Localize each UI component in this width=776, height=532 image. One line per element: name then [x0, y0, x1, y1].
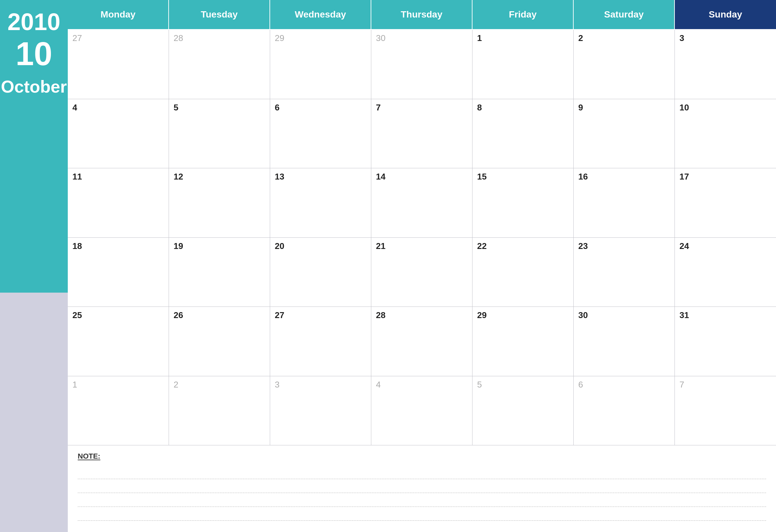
day-number: 28 — [376, 310, 386, 320]
day-number: 18 — [72, 241, 82, 251]
day-number: 24 — [680, 241, 689, 251]
calendar-area: MondayTuesdayWednesdayThursdayFridaySatu… — [68, 0, 776, 532]
day-number: 2 — [578, 33, 583, 43]
day-cell[interactable]: 30 — [574, 307, 675, 376]
day-cell[interactable]: 30 — [371, 30, 472, 99]
day-cell[interactable]: 28 — [169, 30, 270, 99]
day-number: 4 — [376, 380, 381, 389]
note-line-3 — [78, 494, 766, 507]
day-cell[interactable]: 5 — [169, 99, 270, 169]
day-cell[interactable]: 3 — [675, 30, 776, 99]
day-number: 29 — [275, 33, 284, 43]
day-cell[interactable]: 5 — [472, 376, 574, 446]
header-cell-friday: Friday — [472, 0, 574, 30]
day-cell[interactable]: 3 — [270, 376, 371, 446]
day-number: 30 — [578, 310, 588, 320]
header-cell-monday: Monday — [68, 0, 169, 30]
day-number: 1 — [72, 380, 77, 389]
day-number: 6 — [578, 380, 583, 389]
day-number: 30 — [376, 33, 386, 43]
day-number: 10 — [680, 103, 689, 113]
day-cell[interactable]: 6 — [574, 376, 675, 446]
day-cell[interactable]: 7 — [675, 376, 776, 446]
day-cell[interactable]: 14 — [371, 168, 472, 238]
day-number: 17 — [680, 172, 689, 182]
day-cell[interactable]: 27 — [68, 30, 169, 99]
day-number: 27 — [72, 33, 82, 43]
day-number: 3 — [680, 33, 684, 43]
day-cell[interactable]: 4 — [68, 99, 169, 169]
day-cell[interactable]: 9 — [574, 99, 675, 169]
day-number: 26 — [174, 310, 183, 320]
day-cell[interactable]: 13 — [270, 168, 371, 238]
day-number: 1 — [477, 33, 482, 43]
day-cell[interactable]: 31 — [675, 307, 776, 376]
day-number: 5 — [477, 380, 482, 389]
day-cell[interactable]: 2 — [169, 376, 270, 446]
day-number: 19 — [174, 241, 183, 251]
day-cell[interactable]: 1 — [68, 376, 169, 446]
day-number: 31 — [680, 310, 689, 320]
header-cell-tuesday: Tuesday — [169, 0, 270, 30]
header-cell-thursday: Thursday — [371, 0, 472, 30]
day-number: 11 — [72, 172, 82, 182]
day-cell[interactable]: 7 — [371, 99, 472, 169]
day-number: 7 — [376, 103, 381, 113]
day-number: 27 — [275, 310, 284, 320]
day-cell[interactable]: 23 — [574, 238, 675, 307]
note-label: NOTE: — [78, 452, 766, 461]
day-cell[interactable]: 20 — [270, 238, 371, 307]
day-cell[interactable]: 18 — [68, 238, 169, 307]
header-cell-wednesday: Wednesday — [270, 0, 371, 30]
day-cell[interactable]: 22 — [472, 238, 574, 307]
day-cell[interactable]: 8 — [472, 99, 574, 169]
day-number: 13 — [275, 172, 284, 182]
day-number: 29 — [477, 310, 487, 320]
day-number: 9 — [578, 103, 583, 113]
day-number: 4 — [72, 103, 77, 113]
day-number: 14 — [376, 172, 386, 182]
day-number: 16 — [578, 172, 588, 182]
day-cell[interactable]: 26 — [169, 307, 270, 376]
day-cell[interactable]: 29 — [270, 30, 371, 99]
day-cell[interactable]: 16 — [574, 168, 675, 238]
note-line-1 — [78, 467, 766, 479]
day-cell[interactable]: 1 — [472, 30, 574, 99]
day-number: 25 — [72, 310, 82, 320]
day-number: 6 — [275, 103, 279, 113]
day-number: 21 — [376, 241, 386, 251]
day-number: 12 — [174, 172, 183, 182]
day-cell[interactable]: 12 — [169, 168, 270, 238]
day-number: 20 — [275, 241, 284, 251]
day-cell[interactable]: 2 — [574, 30, 675, 99]
day-number: 28 — [174, 33, 183, 43]
day-number: 23 — [578, 241, 588, 251]
day-cell[interactable]: 6 — [270, 99, 371, 169]
sidebar: 2010 10 October — [0, 0, 68, 532]
notes-section: NOTE: — [68, 446, 776, 532]
year-label: 2010 — [7, 10, 60, 34]
weekday-header-row: MondayTuesdayWednesdayThursdayFridaySatu… — [68, 0, 776, 30]
day-cell[interactable]: 29 — [472, 307, 574, 376]
month-name-label: October — [1, 77, 67, 97]
day-cell[interactable]: 21 — [371, 238, 472, 307]
note-line-4 — [78, 508, 766, 521]
day-cell[interactable]: 19 — [169, 238, 270, 307]
day-cell[interactable]: 24 — [675, 238, 776, 307]
header-cell-sunday: Sunday — [675, 0, 776, 30]
day-cell[interactable]: 25 — [68, 307, 169, 376]
header-cell-saturday: Saturday — [574, 0, 675, 30]
note-line-2 — [78, 481, 766, 493]
day-number: 5 — [174, 103, 178, 113]
day-cell[interactable]: 4 — [371, 376, 472, 446]
days-grid: 2728293012345678910111213141516171819202… — [68, 30, 776, 446]
day-cell[interactable]: 15 — [472, 168, 574, 238]
day-cell[interactable]: 27 — [270, 307, 371, 376]
day-cell[interactable]: 17 — [675, 168, 776, 238]
day-cell[interactable]: 11 — [68, 168, 169, 238]
day-cell[interactable]: 10 — [675, 99, 776, 169]
day-number: 7 — [680, 380, 684, 389]
day-cell[interactable]: 28 — [371, 307, 472, 376]
calendar-page: 2010 10 October MondayTuesdayWednesdayTh… — [0, 0, 776, 532]
day-number: 8 — [477, 103, 482, 113]
